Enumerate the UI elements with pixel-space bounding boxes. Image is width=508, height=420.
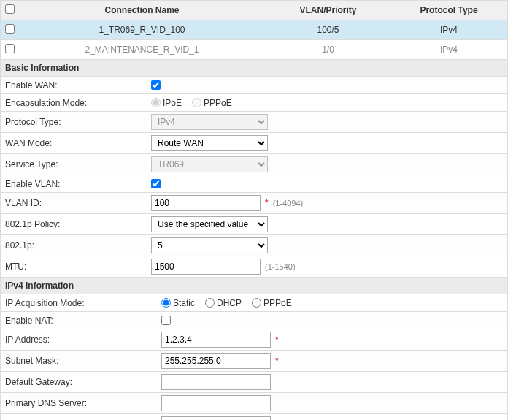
primary-dns-input[interactable] [161,395,271,411]
select-all-checkbox[interactable] [5,4,15,14]
vlan-id-row: VLAN ID: *(1-4094) [0,193,508,214]
ip-address-input[interactable] [161,332,271,348]
encap-pppoe-radio [192,98,201,107]
encap-mode-label: Encapsulation Mode: [1,98,147,108]
basic-info-header: Basic Information [0,60,508,77]
ip-acq-pppoe-radio[interactable] [252,298,261,308]
ip-acq-static-option[interactable]: Static [161,298,195,308]
enable-nat-checkbox[interactable] [161,316,171,325]
ip-acq-pppoe-option[interactable]: PPPoE [252,298,292,308]
subnet-mask-label: Subnet Mask: [1,356,154,366]
table-row[interactable]: 2_MAINTENANCE_R_VID_1 1/0 IPv4 [1,40,508,60]
dot1p-label: 802.1p: [1,240,147,251]
ip-address-label: IP Address: [1,335,154,345]
secondary-dns-input[interactable] [161,416,271,420]
encap-pppoe-option: PPPoE [192,98,232,108]
mtu-hint: (1-1540) [265,262,296,271]
service-type-row: Service Type: TR069 [0,154,508,175]
row-checkbox[interactable] [5,44,15,53]
ip-address-required: * [275,335,279,345]
header-proto: Protocol Type [390,1,508,20]
subnet-mask-row: Subnet Mask: * [0,351,508,372]
vlan-id-hint: (1-4094) [273,199,304,207]
enable-wan-label: Enable WAN: [1,80,147,91]
enable-wan-checkbox[interactable] [151,80,161,90]
table-row[interactable]: 1_TR069_R_VID_100 100/5 IPv4 [1,20,508,40]
ip-acq-row: IP Acquisition Mode: Static DHCP PPPoE [0,294,508,312]
mtu-input[interactable] [151,259,261,275]
wan-mode-select[interactable]: Route WAN [151,135,268,151]
header-vlan: VLAN/Priority [266,1,390,20]
mtu-row: MTU: (1-1540) [0,256,508,278]
dot1p-policy-row: 802.1p Policy: Use the specified value [0,214,508,235]
default-gateway-label: Default Gateway: [1,377,154,387]
row-name: 1_TR069_R_VID_100 [18,20,266,40]
enable-nat-row: Enable NAT: [0,312,508,329]
service-type-label: Service Type: [1,159,147,169]
enable-vlan-row: Enable VLAN: [0,175,508,193]
secondary-dns-row: Secondary DNS Server: [0,414,508,420]
dot1p-policy-label: 802.1p Policy: [1,219,147,229]
protocol-type-label: Protocol Type: [1,117,147,127]
subnet-mask-input[interactable] [161,353,271,369]
encap-mode-row: Encapsulation Mode: IPoE PPPoE [0,94,508,112]
service-type-select: TR069 [151,156,268,172]
table-header-row: Connection Name VLAN/Priority Protocol T… [1,1,508,20]
vlan-id-input[interactable] [151,195,261,211]
row-checkbox[interactable] [5,24,15,34]
vlan-id-required: * [265,198,269,208]
dot1p-row: 802.1p: 5 [0,235,508,256]
primary-dns-row: Primary DNS Server: [0,393,508,414]
wan-mode-row: WAN Mode: Route WAN [0,133,508,154]
ip-acq-static-radio[interactable] [161,298,171,308]
enable-wan-row: Enable WAN: [0,77,508,94]
ip-address-row: IP Address: * [0,329,508,351]
default-gateway-row: Default Gateway: [0,372,508,393]
protocol-type-select: IPv4 [151,114,268,130]
dot1p-select[interactable]: 5 [151,237,268,253]
connection-table: Connection Name VLAN/Priority Protocol T… [0,0,508,60]
row-name: 2_MAINTENANCE_R_VID_1 [18,40,266,60]
enable-vlan-checkbox[interactable] [151,179,161,188]
ipv4-info-header: IPv4 Information [0,278,508,294]
header-checkbox-cell [1,1,18,20]
primary-dns-label: Primary DNS Server: [1,398,154,408]
mtu-label: MTU: [1,261,147,272]
enable-nat-label: Enable NAT: [1,316,154,326]
wan-mode-label: WAN Mode: [1,138,147,148]
header-name: Connection Name [18,1,266,20]
ip-acq-dhcp-option[interactable]: DHCP [205,298,242,308]
subnet-mask-required: * [275,356,279,366]
row-vlan: 100/5 [266,20,390,40]
ip-acq-dhcp-radio[interactable] [205,298,215,308]
default-gateway-input[interactable] [161,374,271,390]
protocol-type-row: Protocol Type: IPv4 [0,112,508,133]
vlan-id-label: VLAN ID: [1,198,147,208]
row-proto: IPv4 [390,40,508,60]
ip-acq-label: IP Acquisition Mode: [1,298,154,308]
dot1p-policy-select[interactable]: Use the specified value [151,216,268,232]
encap-ipoe-radio [151,98,161,107]
row-proto: IPv4 [390,20,508,40]
encap-ipoe-option: IPoE [151,98,182,108]
enable-vlan-label: Enable VLAN: [1,179,147,189]
row-vlan: 1/0 [266,40,390,60]
